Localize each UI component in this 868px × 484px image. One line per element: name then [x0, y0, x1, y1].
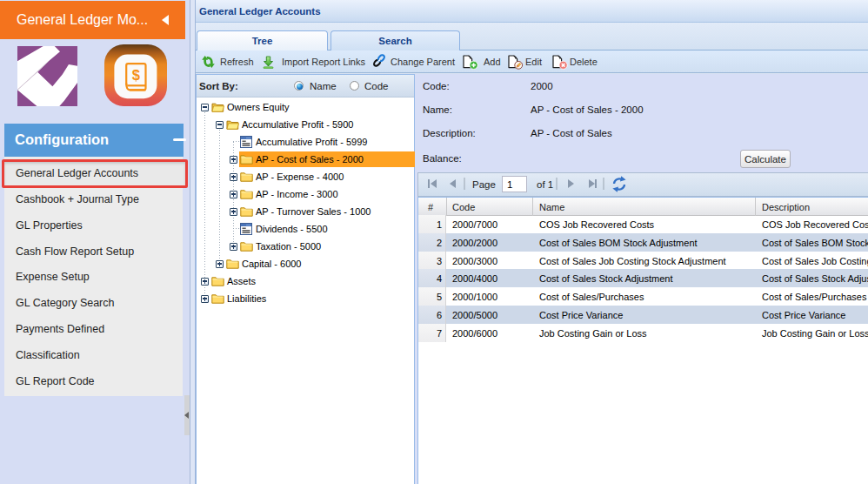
- svg-text:$: $: [132, 67, 140, 83]
